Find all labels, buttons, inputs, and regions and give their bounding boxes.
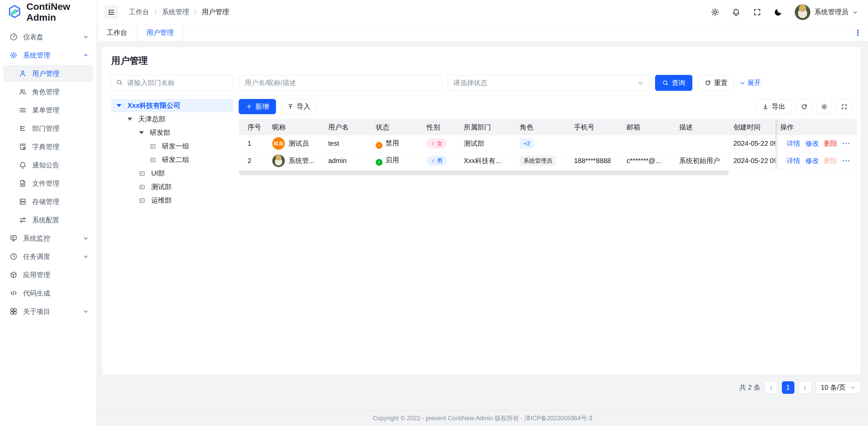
sidebar-item-dict-management[interactable]: 字典管理 [3, 138, 93, 155]
cell-status: 启用 [371, 152, 422, 169]
tree-node-hq[interactable]: 天津总部 [111, 113, 233, 126]
delete-link[interactable]: 删除 [824, 139, 837, 148]
sidebar-item-role-management[interactable]: 角色管理 [3, 83, 93, 100]
search-icon [116, 79, 123, 87]
reset-button[interactable]: 重置 [698, 75, 734, 91]
next-page-button[interactable] [799, 381, 811, 394]
caret-down-icon[interactable] [127, 118, 132, 121]
chevron-down-icon [637, 80, 644, 86]
sidebar-item-about-project[interactable]: 关于项目 [3, 303, 93, 320]
table-header-row: 序号 昵称 用户名 状态 性别 所属部门 角色 手机号 邮箱 描述 [239, 119, 857, 135]
expand-filters-link[interactable]: 展开 [740, 78, 761, 87]
scrollbar-thumb[interactable] [239, 170, 729, 175]
page-footer: Copyright © 2022 - present ContiNew Admi… [97, 410, 868, 426]
caret-down-icon[interactable] [117, 104, 121, 107]
horizontal-scrollbar[interactable] [239, 170, 852, 175]
user-icon [19, 69, 27, 78]
sidebar-item-label: 部门管理 [32, 124, 88, 133]
clock-icon [9, 252, 18, 261]
tab-user-management[interactable]: 用户管理 [137, 24, 183, 41]
cube-icon [9, 271, 18, 279]
sidebar-item-menu-management[interactable]: 菜单管理 [3, 102, 93, 119]
user-menu[interactable]: 系统管理员 [795, 4, 858, 20]
chevron-down-icon [850, 385, 855, 390]
more-actions-icon[interactable]: ··· [843, 157, 850, 165]
sidebar-item-app-management[interactable]: 应用管理 [3, 266, 93, 283]
sidebar-item-user-management[interactable]: 用户管理 [3, 65, 93, 82]
avatar [795, 4, 810, 20]
sidebar-item-storage-management[interactable]: 存储管理 [3, 193, 93, 210]
sidebar-item-code-generator[interactable]: 代码生成 [3, 285, 93, 302]
page-title: 用户管理 [111, 55, 852, 67]
tree-node-test-dept[interactable]: 测试部 [111, 180, 233, 194]
sidebar-item-file-management[interactable]: 文件管理 [3, 175, 93, 192]
breadcrumb-item[interactable]: 系统管理 [162, 7, 189, 17]
cell-phone [569, 135, 622, 152]
search-button[interactable]: 查询 [655, 75, 692, 91]
detail-link[interactable]: 详情 [787, 139, 800, 148]
page-size-select[interactable]: 10 条/页 [816, 381, 861, 394]
copyright-text: Copyright © 2022 - present ContiNew Admi… [373, 414, 592, 422]
caret-down-icon[interactable] [139, 131, 144, 134]
storage-icon [19, 198, 27, 206]
dark-mode-moon-icon[interactable] [774, 8, 783, 17]
more-actions-icon[interactable]: ··· [843, 140, 850, 147]
cell-username: admin [323, 152, 371, 169]
cell-role: +2 [515, 135, 569, 152]
keyword-input[interactable] [239, 75, 442, 91]
sidebar-item-system-config[interactable]: 系统配置 [3, 211, 93, 228]
tree-list-icon [19, 124, 27, 133]
breadcrumb-item-current: 用户管理 [202, 7, 229, 17]
export-button[interactable]: 导出 [756, 99, 792, 114]
sidebar-item-system-management[interactable]: 系统管理 [3, 47, 93, 64]
status-disabled-icon [376, 142, 382, 149]
plus-icon [246, 103, 252, 110]
sidebar-item-task-scheduler[interactable]: 任务调度 [3, 248, 93, 265]
tree-node-rd-group2[interactable]: 研发二组 [111, 153, 233, 166]
import-button[interactable]: 导入 [281, 99, 317, 114]
column-header: 邮箱 [622, 119, 674, 135]
chevron-down-icon [740, 80, 745, 86]
logo-icon [7, 4, 22, 20]
tree-node-rd-group1[interactable]: 研发一组 [111, 140, 233, 153]
tree-node-ops-dept[interactable]: 运维部 [111, 194, 233, 207]
edit-link[interactable]: 修改 [805, 139, 819, 148]
chevron-down-icon [852, 9, 858, 15]
prev-page-button[interactable] [765, 381, 777, 394]
sidebar-item-dashboard[interactable]: 仪表盘 [3, 28, 93, 45]
tab-bar: 工作台 用户管理 ⋮ [97, 24, 868, 41]
column-header: 状态 [371, 119, 422, 135]
tree-node-company[interactable]: Xxx科技有限公司 [111, 99, 233, 112]
notification-bell-icon[interactable] [732, 8, 741, 17]
sidebar-item-dept-management[interactable]: 部门管理 [3, 120, 93, 137]
page-number-button[interactable]: 1 [782, 381, 794, 394]
sidebar-item-system-monitor[interactable]: 系统监控 [3, 230, 93, 247]
tree-node-ui-dept[interactable]: UI部 [111, 167, 233, 180]
table-fullscreen-button[interactable] [836, 99, 852, 114]
content-card: 用户管理 请选择状态 查询 [102, 47, 861, 374]
sidebar-item-label: 菜单管理 [32, 106, 88, 115]
chevron-down-icon [83, 236, 88, 241]
tree-node-rd-dept[interactable]: 研发部 [111, 126, 233, 139]
app-logo[interactable]: ContiNew Admin [0, 0, 97, 24]
detail-link[interactable]: 详情 [787, 156, 800, 165]
column-settings-button[interactable] [816, 99, 832, 114]
column-header: 用户名 [323, 119, 371, 135]
edit-link[interactable]: 修改 [805, 156, 819, 165]
cell-dept: 测试部 [459, 135, 515, 152]
status-select[interactable]: 请选择状态 [448, 75, 649, 91]
settings-gear-icon[interactable] [711, 8, 719, 17]
add-button[interactable]: 新增 [239, 99, 276, 114]
fullscreen-icon[interactable] [753, 8, 762, 17]
breadcrumb-item[interactable]: 工作台 [129, 7, 149, 17]
download-icon [762, 103, 769, 110]
column-header: 角色 [515, 119, 569, 135]
tab-workbench[interactable]: 工作台 [97, 24, 137, 41]
dept-search-input[interactable] [111, 75, 233, 91]
refresh-table-button[interactable] [796, 99, 812, 114]
sidebar-item-notice[interactable]: 通知公告 [3, 157, 93, 174]
role-count-badge[interactable]: +2 [520, 138, 534, 149]
gear-icon [821, 103, 828, 110]
sidebar-collapse-button[interactable] [104, 5, 118, 19]
tab-actions-icon[interactable]: ⋮ [854, 31, 862, 35]
